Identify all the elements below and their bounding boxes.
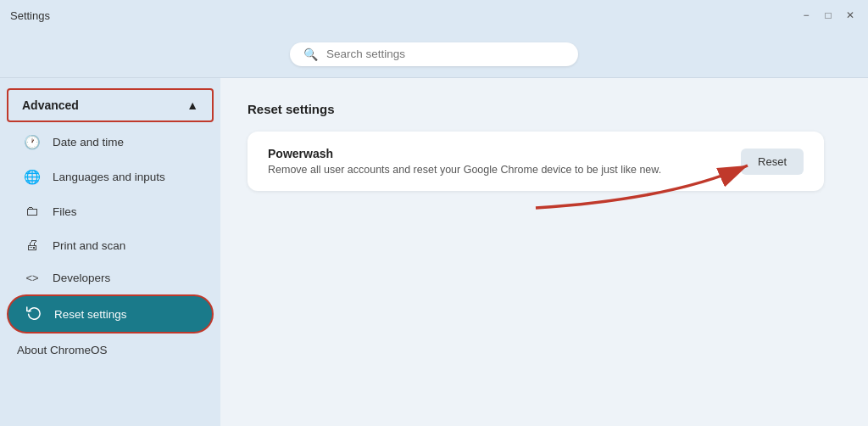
search-icon: 🔍: [303, 48, 318, 61]
sidebar-item-about-chromeos[interactable]: About ChromeOS: [0, 335, 220, 365]
search-header: 🔍: [0, 31, 868, 78]
advanced-section-header[interactable]: Advanced ▲: [7, 88, 214, 122]
sidebar-item-files[interactable]: 🗀 Files: [7, 195, 214, 227]
sidebar-item-label: Date and time: [53, 136, 124, 149]
search-bar: 🔍: [290, 42, 578, 66]
printer-icon: 🖨: [24, 238, 41, 253]
app-title: Settings: [10, 9, 50, 22]
clock-icon: 🕐: [24, 134, 41, 150]
folder-icon: 🗀: [24, 204, 41, 219]
sidebar-item-languages[interactable]: 🌐 Languages and inputs: [7, 160, 214, 193]
content-area: Reset settings Powerwash Remove all user…: [220, 78, 868, 426]
sidebar-item-date-time[interactable]: 🕐 Date and time: [7, 126, 214, 159]
sidebar-item-developers[interactable]: <> Developers: [7, 263, 214, 293]
reset-icon: [25, 305, 42, 323]
window-controls: − □ ✕: [798, 8, 858, 23]
search-input[interactable]: [326, 48, 565, 60]
section-title: Reset settings: [248, 102, 841, 116]
sidebar-item-label: Files: [53, 205, 77, 218]
sidebar-item-reset-settings[interactable]: Reset settings: [7, 294, 214, 334]
close-button[interactable]: ✕: [843, 8, 858, 23]
maximize-button[interactable]: □: [821, 8, 836, 23]
code-icon: <>: [24, 272, 41, 284]
advanced-label: Advanced: [22, 98, 79, 112]
sidebar-item-print-scan[interactable]: 🖨 Print and scan: [7, 229, 214, 261]
about-label: About ChromeOS: [17, 344, 108, 356]
sidebar-item-label: Languages and inputs: [53, 171, 165, 183]
sidebar: Advanced ▲ 🕐 Date and time 🌐 Languages a…: [0, 78, 220, 426]
sidebar-item-label: Reset settings: [54, 308, 127, 321]
titlebar: Settings − □ ✕: [0, 0, 868, 31]
minimize-button[interactable]: −: [798, 8, 814, 23]
powerwash-info: Powerwash Remove all user accounts and r…: [268, 147, 661, 176]
powerwash-reset-button[interactable]: Reset: [741, 149, 804, 175]
main-area: 🔍 Advanced ▲ 🕐 Date and time 🌐 Languages…: [0, 31, 868, 426]
powerwash-description: Remove all user accounts and reset your …: [268, 164, 661, 176]
arrow-container: Powerwash Remove all user accounts and r…: [248, 132, 824, 191]
powerwash-title: Powerwash: [268, 147, 661, 160]
powerwash-card: Powerwash Remove all user accounts and r…: [248, 132, 824, 191]
globe-icon: 🌐: [24, 169, 41, 185]
sidebar-item-label: Developers: [53, 272, 110, 284]
body-area: Advanced ▲ 🕐 Date and time 🌐 Languages a…: [0, 78, 868, 426]
sidebar-item-label: Print and scan: [53, 239, 125, 252]
chevron-up-icon: ▲: [186, 98, 198, 112]
